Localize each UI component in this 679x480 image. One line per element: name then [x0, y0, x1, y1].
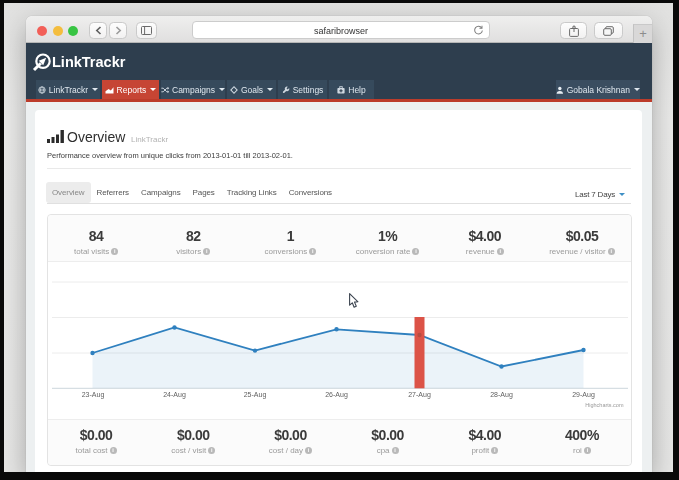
- svg-text:Highcharts.com: Highcharts.com: [585, 402, 624, 408]
- svg-text:23-Aug: 23-Aug: [81, 391, 104, 399]
- svg-text:25-Aug: 25-Aug: [243, 391, 266, 399]
- svg-text:27-Aug: 27-Aug: [408, 391, 431, 399]
- svg-text:26-Aug: 26-Aug: [325, 391, 348, 399]
- svg-text:29-Aug: 29-Aug: [572, 391, 595, 399]
- svg-text:24-Aug: 24-Aug: [163, 391, 186, 399]
- svg-text:28-Aug: 28-Aug: [490, 391, 513, 399]
